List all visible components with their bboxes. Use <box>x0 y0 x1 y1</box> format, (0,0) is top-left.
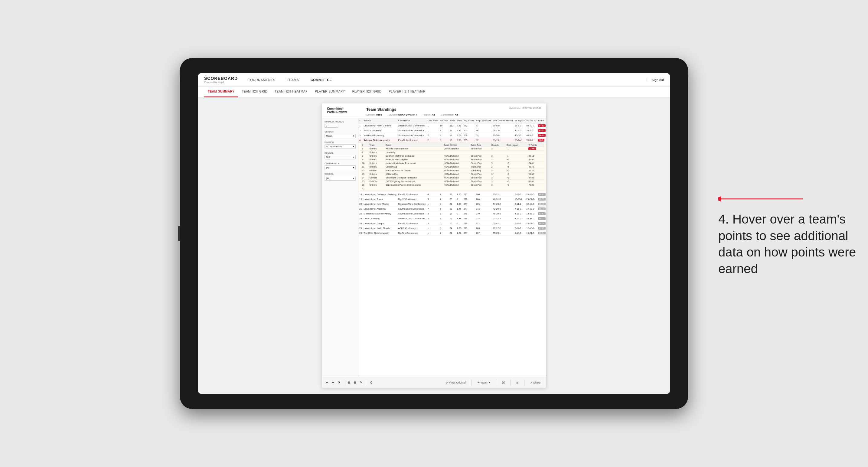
redo-icon[interactable]: ↪ <box>332 381 334 384</box>
table-row[interactable]: 23 Duke University Atlantic Coast Confer… <box>359 216 546 221</box>
list-item: 8 Univers Southern Highlands Collegiate … <box>361 154 544 158</box>
table-row[interactable]: 25 University of North Florida ASUN Conf… <box>359 226 546 231</box>
tours-cell: 10 <box>439 123 448 128</box>
report-body: Minimum Rounds Gender Men's ▾ <box>322 118 546 377</box>
standings-table: # School Conference Conf Rank No Tour Bn… <box>359 118 546 236</box>
col-vs50: Vs Top 50 <box>525 118 537 123</box>
nav-tournaments[interactable]: TOURNAMENTS <box>247 73 276 87</box>
logo-subtitle: Powered by clippd <box>204 81 238 84</box>
watch-button[interactable]: 👁 Watch ▾ <box>475 380 492 385</box>
expanded-header-row: # Team Event Event Division Event Type R… <box>361 143 544 147</box>
col-no-tour: No Tour <box>439 118 448 123</box>
division-filter-display: Division: NCAA Division I <box>389 114 417 116</box>
tab-team-summary[interactable]: TEAM SUMMARY <box>204 87 238 97</box>
table-row[interactable]: 3 Vanderbilt University Southeastern Con… <box>359 133 546 138</box>
copy-icon[interactable]: ⊞ <box>348 381 350 384</box>
view-original-button[interactable]: ⊙ View: Original <box>444 380 467 385</box>
col-vs25: Vs Top 25 <box>514 118 526 123</box>
table-row[interactable]: 22 Mississippi State University Southeas… <box>359 211 546 216</box>
gender-filter-label: Gender: <box>366 114 375 116</box>
list-item: 15 East Tse OFCC Fighting Illini Invitat… <box>361 180 544 183</box>
min-rounds-input[interactable] <box>324 124 338 128</box>
clock-icon[interactable]: ⏱ <box>370 381 373 384</box>
conference-filter-label: Conference: <box>441 114 454 116</box>
share-icon: ↗ <box>530 381 532 384</box>
points-cell[interactable]: 97.02 <box>537 123 546 128</box>
tab-player-summary[interactable]: PLAYER SUMMARY <box>311 87 348 97</box>
table-row[interactable]: 26 The Ohio State University Big Ten Con… <box>359 231 546 236</box>
filters-row: Gender: Men's Division: NCAA Division I … <box>366 114 541 116</box>
bnds-cell: 262 <box>449 123 456 128</box>
conference-section-label: Conference <box>324 162 356 164</box>
report-header: Committee Portal Review Team Standings G… <box>322 103 546 118</box>
layout-button[interactable]: ⊞ <box>515 380 521 385</box>
table-row[interactable]: 1 University of North Carolina Atlantic … <box>359 123 546 128</box>
nav-bar: SCOREBOARD Powered by clippd TOURNAMENTS… <box>198 73 670 87</box>
division-select[interactable]: NCAA Division I ▾ <box>324 144 356 149</box>
col-adj-score: Adj. Score <box>463 118 475 123</box>
conference-filter-value: All <box>455 114 458 116</box>
conf-rank-cell: 1 <box>427 123 439 128</box>
col-wins: Wins <box>456 118 463 123</box>
conference-select[interactable]: (All) ▾ <box>324 165 356 170</box>
left-filter-panel: Minimum Rounds Gender Men's ▾ <box>322 118 359 377</box>
gender-select[interactable]: Men's ▾ <box>324 134 356 138</box>
table-row[interactable]: 2 Auburn University Southeastern Confere… <box>359 128 546 133</box>
col-conf-rank: Conf Rank <box>427 118 439 123</box>
col-conference: Conference <box>397 118 427 123</box>
expanded-sub-table-row: # Team Event Event Division Event Type R… <box>359 143 546 192</box>
adj-score-cell: 262 <box>463 123 475 128</box>
table-row[interactable]: 19 University of Texas Big 12 Conference… <box>359 197 546 202</box>
edit-icon[interactable]: ✎ <box>360 381 362 384</box>
gender-section-label: Gender <box>324 131 356 133</box>
region-filter-label: Region: <box>423 114 431 116</box>
gender-filter-display: Gender: Men's <box>366 114 382 116</box>
list-item: 10 Univers National Invitational Tournam… <box>361 161 544 165</box>
nav-teams[interactable]: TEAMS <box>285 73 300 87</box>
grid-icon[interactable]: ⊟ <box>354 381 356 384</box>
portal-label: Portal Review <box>327 111 363 114</box>
list-item: 16 Univers 2023 Sahalee Players Champion… <box>361 183 544 187</box>
toolbar-divider-6 <box>524 380 524 386</box>
vs25-cell: 13-9-0 <box>514 123 526 128</box>
list-item: 11 Univers Copper Cup NCAA Division I Ma… <box>361 165 544 169</box>
list-item: 9 Univers Amer An Intercollegiate NCAA D… <box>361 158 544 161</box>
arizona-state-row[interactable]: 4 Arizona State University Pac-12 Confer… <box>359 138 546 143</box>
tablet-device: SCOREBOARD Powered by clippd TOURNAMENTS… <box>180 58 688 409</box>
region-filter-display: Region: All <box>423 114 435 116</box>
list-item: 7 Univers University <box>361 151 544 154</box>
region-select[interactable]: N/A ▾ <box>324 155 356 159</box>
rank-cell: 1 <box>359 123 363 128</box>
undo-icon[interactable]: ↩ <box>326 381 328 384</box>
expanded-events-table: # Team Event Event Division Event Type R… <box>361 143 544 191</box>
vs50-cell: 50-10-0 <box>525 123 537 128</box>
table-row[interactable]: 20 University of New Mexico Mountain Wes… <box>359 202 546 207</box>
chevron-down-icon: ▾ <box>353 134 354 137</box>
table-row[interactable]: 21 University of Alabama Southeastern Co… <box>359 207 546 211</box>
region-filter-section: Region N/A ▾ <box>324 152 356 159</box>
tab-player-h2h-heatmap[interactable]: PLAYER H2H HEATMAP <box>385 87 429 97</box>
nav-committee[interactable]: COMMITTEE <box>309 73 333 87</box>
tablet-screen: SCOREBOARD Powered by clippd TOURNAMENTS… <box>198 73 670 394</box>
col-points: Points <box>537 118 546 123</box>
watch-icon: 👁 <box>477 381 480 384</box>
update-time: Update time: 13/03/2024 10:03:42 <box>509 107 541 109</box>
sign-out-button[interactable]: Sign out <box>647 78 664 82</box>
committee-label: Committee <box>327 107 363 111</box>
region-filter-value: All <box>432 114 435 116</box>
comment-button[interactable]: 💬 <box>500 380 507 385</box>
tablet-side-button <box>178 226 180 241</box>
list-item: 14 Georgia Ben Hogan Collegiate Invitati… <box>361 176 544 180</box>
table-row[interactable]: 18 University of California, Berkeley Pa… <box>359 192 546 197</box>
tab-player-h2h-grid[interactable]: PLAYER H2H GRID <box>349 87 385 97</box>
refresh-icon[interactable]: ⟳ <box>338 381 340 384</box>
tab-team-h2h-heatmap[interactable]: TEAM H2H HEATMAP <box>271 87 311 97</box>
chevron-down-icon-2: ▾ <box>353 145 354 148</box>
school-select[interactable]: (All) ▾ <box>324 176 356 181</box>
table-row[interactable]: 24 University of Oregon Pac-12 Conferenc… <box>359 221 546 226</box>
chevron-down-icon-3: ▾ <box>353 156 354 158</box>
tab-team-h2h-grid[interactable]: TEAM H2H GRID <box>238 87 271 97</box>
region-section-label: Region <box>324 152 356 154</box>
share-button[interactable]: ↗ Share <box>528 380 542 385</box>
division-filter-value: NCAA Division I <box>398 114 417 116</box>
